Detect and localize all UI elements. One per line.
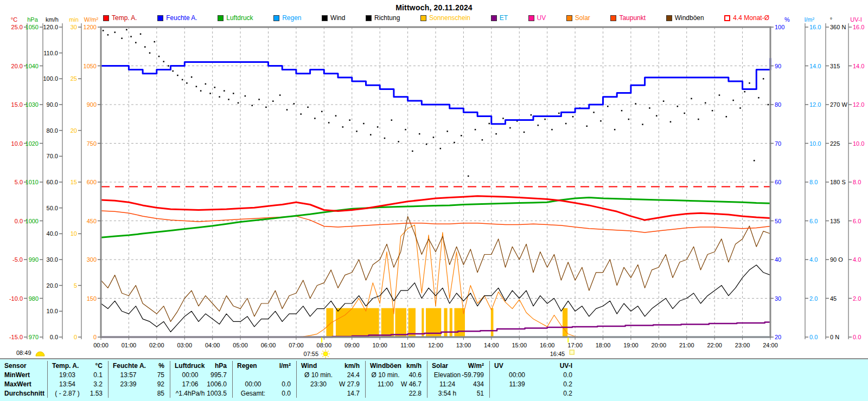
- axis-label: 22:00: [707, 342, 722, 348]
- stat-value: 995.7: [170, 371, 227, 379]
- series-sonnenschein: [326, 308, 567, 337]
- stat-value: 1006.0: [170, 380, 227, 388]
- table-divider: [108, 361, 108, 398]
- axis-label: 15:00: [512, 342, 527, 348]
- axis-label: 2.0: [853, 295, 861, 302]
- axis-label: 25.0: [11, 24, 23, 30]
- axis-label: 30: [775, 295, 781, 302]
- group-unit: °C: [47, 362, 103, 370]
- axis-label: 120.0: [43, 24, 58, 30]
- axis-label: 05:00: [233, 342, 248, 348]
- axis-label: 110.0: [43, 50, 58, 56]
- stat-value: 1.53: [47, 390, 103, 397]
- axis-label: 100: [775, 24, 784, 30]
- axis-label: 315: [830, 63, 840, 69]
- axis-label: 21:00: [679, 342, 694, 348]
- axis-label: 450: [87, 218, 97, 224]
- axis-label: 40: [775, 256, 781, 263]
- table-divider: [170, 361, 170, 398]
- axis-label: 80.0: [47, 127, 58, 134]
- axis-label: 50.0: [47, 205, 58, 211]
- stat-value: 0.0: [489, 371, 572, 379]
- axis-hpa: hPa105010401030102010101000990980970: [25, 16, 43, 340]
- axis-label: 80: [775, 101, 781, 108]
- axis-label: 17:00: [567, 342, 583, 348]
- axis-label: 10.0: [809, 140, 821, 147]
- group-unit: km/h: [365, 362, 422, 370]
- stat-value: 22.8: [365, 390, 422, 397]
- stat-value: -59.799: [427, 371, 484, 379]
- axis-label: 12.0: [809, 101, 821, 108]
- axis-label: 1000: [25, 218, 39, 224]
- axis-label: 180 S: [830, 179, 846, 185]
- table-divider: [232, 361, 233, 398]
- axis-label: 40.0: [47, 230, 58, 237]
- axis-label: 360 N: [830, 24, 846, 30]
- axis-label: 07:00: [289, 342, 304, 348]
- group-unit: %: [108, 362, 164, 370]
- axis-label: 16.0: [853, 24, 864, 30]
- axis-label: %: [784, 16, 790, 23]
- axis-label: 03:00: [177, 342, 192, 348]
- axis-label: 07:55: [304, 351, 319, 357]
- stat-value: 92: [108, 380, 164, 388]
- axis-label: 0.0: [809, 334, 818, 340]
- stat-value: 3.2: [47, 380, 103, 388]
- moon-icon: [36, 352, 44, 356]
- axis-label: 16:45: [550, 351, 565, 357]
- table-divider: [296, 361, 297, 398]
- group-unit: l/m²: [232, 362, 291, 370]
- axis-label: 14.0: [809, 63, 821, 69]
- axis-label: 900: [87, 101, 97, 108]
- axis-deg: °360 N315270 W225180 S13590 O450 N: [826, 16, 847, 340]
- weather-chart: °C25.020.015.010.05.00.0-5.0-10.0-15.0hP…: [0, 0, 868, 358]
- axis-label: 100.0: [43, 75, 58, 82]
- axis-pct: %1009080706050403020: [770, 16, 790, 340]
- axis-label: 20: [71, 127, 77, 134]
- stat-value: 40.6: [365, 371, 422, 379]
- axis-label: 0.0: [853, 334, 861, 340]
- stat-value: 0.2: [489, 390, 572, 397]
- axis-label: 10:00: [372, 342, 387, 348]
- group-unit: hPa: [170, 362, 227, 370]
- axis-label: 20:00: [652, 342, 667, 348]
- stats-table: SensorMinWertMaxWertDurchschnittTemp. A.…: [0, 358, 868, 401]
- axis-label: 4.0: [809, 256, 818, 263]
- row-label: Durchschnitt: [4, 390, 44, 397]
- stat-value: 434: [427, 380, 484, 388]
- group-unit: W/m²: [427, 362, 484, 370]
- axis-tempC: °C25.020.015.010.05.00.0-5.0-10.0-15.0: [9, 16, 27, 340]
- axis-label: 60.0: [47, 179, 58, 185]
- axis-label: -10.0: [9, 295, 23, 302]
- axis-label: 90 O: [830, 256, 843, 263]
- axis-label: 25: [71, 75, 77, 82]
- group-unit: km/h: [296, 362, 360, 370]
- gridlines: [101, 27, 770, 337]
- axis-label: 16.0: [809, 24, 821, 30]
- axis-label: 300: [87, 256, 97, 263]
- axis-label: 14:00: [484, 342, 499, 348]
- axis-label: 30: [71, 24, 77, 30]
- axis-label: 09:00: [344, 342, 360, 348]
- axis-label: 600: [87, 179, 97, 185]
- axis-label: 0: [93, 334, 97, 340]
- axis-label: 1040: [25, 63, 39, 69]
- axis-label: 6.0: [809, 218, 818, 224]
- group-unit: UV-I: [489, 362, 572, 370]
- axis-label: 10.0: [11, 140, 23, 147]
- axis-label: km/h: [46, 16, 59, 23]
- axis-label: 12:00: [428, 342, 443, 348]
- stat-value: 1003.5: [170, 390, 227, 397]
- axis-label: 10: [71, 230, 77, 237]
- axis-label: 04:00: [205, 342, 220, 348]
- stat-value: 0.2: [489, 380, 572, 388]
- axis-label: °: [830, 16, 832, 23]
- axis-kmh: km/h120.0110.0100.090.080.070.060.050.04…: [43, 16, 62, 340]
- stat-value: 14.7: [296, 390, 360, 397]
- axis-label: 20.0: [11, 63, 23, 69]
- sunrise-sun-icon: [321, 350, 330, 358]
- axis-label: 50: [775, 218, 781, 224]
- axis-label: -15.0: [9, 334, 23, 340]
- axis-label: 15: [71, 179, 77, 185]
- axis-label: 18:00: [596, 342, 611, 348]
